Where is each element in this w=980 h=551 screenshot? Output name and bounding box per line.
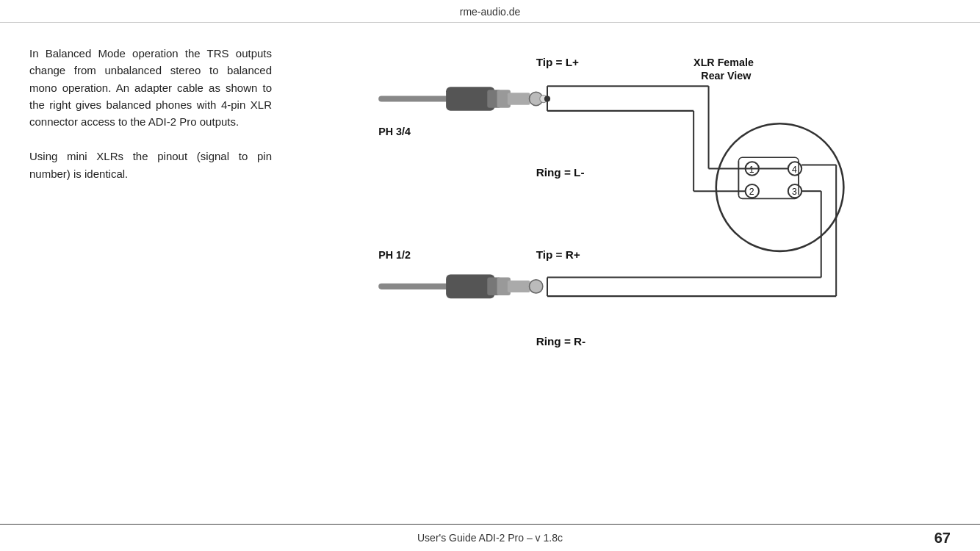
trs-top-connector <box>508 93 530 104</box>
trs-bot-connector <box>508 281 530 292</box>
tip-l-label: Tip = L+ <box>536 56 579 68</box>
pin1-label: 1 <box>749 165 754 175</box>
ph34-label: PH 3/4 <box>378 126 411 137</box>
xlr-rear-label: Rear View <box>701 70 752 82</box>
ph12-label: PH 1/2 <box>378 249 411 261</box>
wiring-diagram: Tip = L+ XLR Female Rear View PH 3/4 Rin… <box>287 45 951 397</box>
text-section: In Balanced Mode operation the TRS outpu… <box>29 45 272 397</box>
tip-r-label: Tip = R+ <box>536 248 580 261</box>
paragraph-2: Using mini XLRs the pinout (signal to pi… <box>29 148 272 182</box>
url-text: rme-audio.de <box>460 6 521 18</box>
paragraph-1: In Balanced Mode operation the TRS outpu… <box>29 45 272 130</box>
diagram-section: Tip = L+ XLR Female Rear View PH 3/4 Rin… <box>287 45 951 397</box>
page-number: 67 <box>934 530 951 547</box>
top-url-bar: rme-audio.de <box>0 0 980 23</box>
pin4-label: 4 <box>792 165 797 175</box>
main-content: In Balanced Mode operation the TRS outpu… <box>0 23 980 412</box>
xlr-female-label: XLR Female <box>693 57 754 68</box>
footer-text: User's Guide ADI-2 Pro – v 1.8c <box>417 532 563 544</box>
ring-r-label: Ring = R- <box>536 335 586 347</box>
ring-l-label: Ring = L- <box>536 166 585 179</box>
pin2-label: 2 <box>749 187 754 197</box>
pin3-label: 3 <box>792 187 797 197</box>
trs-bot-end <box>529 280 542 293</box>
footer: User's Guide ADI-2 Pro – v 1.8c 67 <box>0 524 980 551</box>
